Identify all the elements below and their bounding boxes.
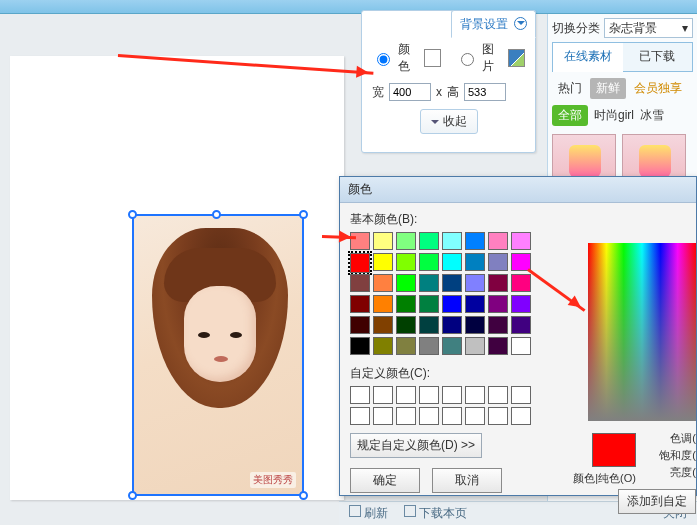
ok-button[interactable]: 确定	[350, 468, 420, 493]
custom-color-slot[interactable]	[488, 386, 508, 404]
download-page-button[interactable]: 下载本页	[404, 505, 467, 522]
basic-color-swatch[interactable]	[442, 295, 462, 313]
basic-color-swatch[interactable]	[511, 295, 531, 313]
category-value: 杂志背景	[609, 20, 657, 37]
basic-color-swatch[interactable]	[465, 274, 485, 292]
selected-photo[interactable]: 美图秀秀	[132, 214, 304, 496]
basic-color-swatch[interactable]	[465, 232, 485, 250]
cat-ice[interactable]: 冰雪	[640, 107, 664, 124]
color-spectrum[interactable]	[588, 243, 696, 421]
custom-color-slot[interactable]	[465, 407, 485, 425]
basic-color-swatch[interactable]	[373, 274, 393, 292]
color-preview	[592, 433, 636, 467]
custom-color-slot[interactable]	[442, 386, 462, 404]
filter-row: 热门 新鲜 会员独享	[552, 78, 693, 99]
basic-color-swatch[interactable]	[419, 337, 439, 355]
filter-new[interactable]: 新鲜	[590, 78, 626, 99]
basic-color-swatch[interactable]	[350, 316, 370, 334]
tab-downloaded[interactable]: 已下载	[623, 43, 693, 71]
custom-color-slot[interactable]	[396, 386, 416, 404]
width-input[interactable]	[389, 83, 431, 101]
basic-color-swatch[interactable]	[373, 295, 393, 313]
basic-color-swatch[interactable]	[511, 274, 531, 292]
color-dialog-titlebar[interactable]: 颜色	[340, 177, 696, 203]
basic-color-swatch[interactable]	[465, 253, 485, 271]
custom-color-slot[interactable]	[350, 386, 370, 404]
height-input[interactable]	[464, 83, 506, 101]
custom-color-slot[interactable]	[465, 386, 485, 404]
basic-color-swatch[interactable]	[419, 316, 439, 334]
resize-handle-bl[interactable]	[128, 491, 137, 500]
basic-color-swatch[interactable]	[373, 337, 393, 355]
basic-color-swatch[interactable]	[350, 253, 370, 273]
background-settings-panel: 背景设置 颜色 图片 宽 x 高 收起	[361, 10, 536, 153]
basic-color-swatch[interactable]	[442, 274, 462, 292]
basic-color-swatch[interactable]	[419, 295, 439, 313]
canvas[interactable]: 美图秀秀	[10, 56, 344, 500]
basic-color-swatch[interactable]	[442, 253, 462, 271]
basic-color-swatch[interactable]	[419, 274, 439, 292]
basic-color-swatch[interactable]	[373, 253, 393, 271]
basic-color-swatch[interactable]	[511, 337, 531, 355]
basic-color-swatch[interactable]	[488, 232, 508, 250]
define-custom-button[interactable]: 规定自定义颜色(D) >>	[350, 433, 482, 458]
bg-color-swatch[interactable]	[424, 49, 441, 67]
image-icon[interactable]	[508, 49, 525, 67]
filter-vip[interactable]: 会员独享	[628, 78, 688, 99]
basic-color-swatch[interactable]	[396, 295, 416, 313]
basic-color-swatch[interactable]	[465, 295, 485, 313]
basic-color-swatch[interactable]	[373, 316, 393, 334]
basic-color-swatch[interactable]	[442, 232, 462, 250]
resize-handle-tl[interactable]	[128, 210, 137, 219]
basic-color-swatch[interactable]	[511, 232, 531, 250]
photo-eye	[230, 332, 242, 338]
cat-fashion[interactable]: 时尚girl	[594, 107, 634, 124]
basic-color-swatch[interactable]	[350, 274, 370, 292]
basic-color-swatch[interactable]	[396, 232, 416, 250]
rotate-handle[interactable]	[212, 210, 221, 219]
custom-color-slot[interactable]	[396, 407, 416, 425]
custom-color-slot[interactable]	[511, 407, 531, 425]
basic-color-swatch[interactable]	[442, 337, 462, 355]
custom-color-slot[interactable]	[373, 386, 393, 404]
resize-handle-br[interactable]	[299, 491, 308, 500]
basic-color-swatch[interactable]	[419, 253, 439, 271]
basic-color-swatch[interactable]	[396, 274, 416, 292]
bg-color-radio[interactable]	[377, 53, 390, 66]
basic-color-swatch[interactable]	[350, 295, 370, 313]
cancel-button[interactable]: 取消	[432, 468, 502, 493]
custom-color-slot[interactable]	[419, 407, 439, 425]
basic-color-swatch[interactable]	[419, 232, 439, 250]
basic-color-swatch[interactable]	[396, 253, 416, 271]
filter-hot[interactable]: 热门	[552, 78, 588, 99]
basic-color-swatch[interactable]	[373, 232, 393, 250]
bg-color-label: 颜色	[398, 41, 419, 75]
basic-color-swatch[interactable]	[488, 316, 508, 334]
custom-color-slot[interactable]	[488, 407, 508, 425]
category-select[interactable]: 杂志背景 ▾	[604, 18, 693, 38]
custom-color-slot[interactable]	[373, 407, 393, 425]
custom-color-slot[interactable]	[442, 407, 462, 425]
custom-color-slot[interactable]	[419, 386, 439, 404]
panel-title[interactable]: 背景设置	[451, 10, 536, 38]
custom-color-slot[interactable]	[511, 386, 531, 404]
basic-color-swatch[interactable]	[488, 274, 508, 292]
cat-all[interactable]: 全部	[552, 105, 588, 126]
basic-color-swatch[interactable]	[442, 316, 462, 334]
basic-color-swatch[interactable]	[350, 337, 370, 355]
collapse-button[interactable]: 收起	[420, 109, 478, 134]
basic-color-swatch[interactable]	[488, 253, 508, 271]
custom-color-slot[interactable]	[350, 407, 370, 425]
bg-image-radio[interactable]	[461, 53, 474, 66]
basic-color-swatch[interactable]	[465, 337, 485, 355]
tab-online[interactable]: 在线素材	[553, 43, 623, 72]
add-to-custom-button[interactable]: 添加到自定	[618, 489, 696, 514]
basic-color-swatch[interactable]	[488, 337, 508, 355]
basic-color-swatch[interactable]	[465, 316, 485, 334]
basic-color-swatch[interactable]	[396, 316, 416, 334]
basic-color-swatch[interactable]	[511, 316, 531, 334]
resize-handle-tr[interactable]	[299, 210, 308, 219]
refresh-button[interactable]: 刷新	[349, 505, 388, 522]
basic-color-swatch[interactable]	[396, 337, 416, 355]
basic-color-swatch[interactable]	[488, 295, 508, 313]
